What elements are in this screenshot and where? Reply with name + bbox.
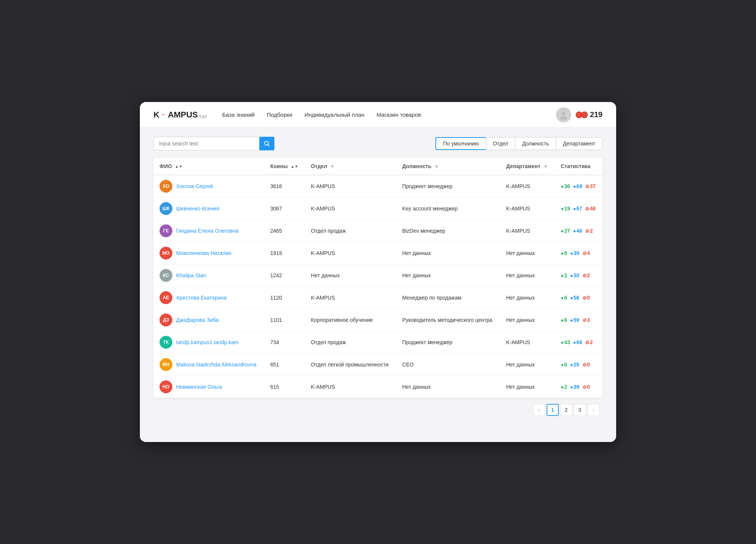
cell-name-2: ГЕ Гиндина Елена Олеговна <box>153 220 264 242</box>
cell-role-9: Нет данных <box>396 376 500 398</box>
search-button[interactable] <box>259 137 274 150</box>
nav-shop[interactable]: Магазин товаров <box>376 111 421 118</box>
cell-department-1: K-AMPUS <box>500 198 555 220</box>
coins-count: 219 <box>590 110 603 119</box>
stat-red-icon-4: ⊘ <box>582 273 587 278</box>
stat-green-5: ●6 <box>561 295 567 301</box>
cell-name-3: МО Моисеенкова Наталия <box>153 242 264 264</box>
pagination-prev[interactable]: ‹ <box>533 404 545 416</box>
stat-blue-icon-2: ● <box>573 228 576 234</box>
cell-dept-9: K-AMPUS <box>305 376 396 398</box>
stat-green-0: ●36 <box>561 183 570 189</box>
table-body: ХО Хохлов Сергей 3616 K-AMPUS Проджект м… <box>153 175 603 398</box>
search-input[interactable] <box>153 137 259 150</box>
col-stats: Статистика <box>555 158 603 175</box>
stat-red-1: ⊘46 <box>585 206 596 212</box>
col-name: ФИО ▲▼ <box>153 158 264 175</box>
filter-icon-department[interactable]: ▼ <box>543 164 548 169</box>
stat-green-9: ●2 <box>561 384 567 390</box>
filter-department[interactable]: Департамент <box>556 137 603 150</box>
filter-icon-dept[interactable]: ▼ <box>330 164 335 169</box>
user-avatar-4: КС <box>160 269 172 282</box>
cell-coins-8: 651 <box>264 354 305 376</box>
stat-red-icon-1: ⊘ <box>585 206 589 212</box>
stat-green-4: ●2 <box>561 272 567 278</box>
user-name-6[interactable]: Джафарова Зиба <box>176 317 218 323</box>
user-name-4[interactable]: Khalipa Stan <box>176 272 206 278</box>
user-name-1[interactable]: Шевченко Ксения <box>176 206 219 212</box>
cell-department-3: Нет данных <box>500 242 555 264</box>
header-right: 219 <box>556 107 603 122</box>
user-name-0[interactable]: Хохлов Сергей <box>176 183 213 189</box>
svg-point-0 <box>562 112 565 116</box>
nav-plan[interactable]: Индивидуальный план <box>304 111 364 118</box>
user-name-3[interactable]: Моисеенкова Наталия <box>176 250 231 256</box>
stat-blue-icon-1: ● <box>573 206 576 212</box>
pagination-page-1[interactable]: 1 <box>547 404 559 416</box>
cell-dept-5: K-AMPUS <box>305 287 396 309</box>
filter-role[interactable]: Должность <box>515 137 556 150</box>
cell-dept-1: K-AMPUS <box>305 198 396 220</box>
user-name-2[interactable]: Гиндина Елена Олеговна <box>176 228 239 234</box>
col-department: Департамент ▼ <box>500 158 555 175</box>
user-avatar-7: ТК <box>160 336 172 349</box>
cell-coins-5: 1120 <box>264 287 305 309</box>
nav-knowledge[interactable]: База знаний <box>222 111 255 118</box>
table-row: ГЕ Гиндина Елена Олеговна 2465 Отдел про… <box>153 220 603 242</box>
cell-dept-7: Отдел продаж <box>305 331 396 354</box>
filter-dept[interactable]: Отдел <box>486 137 515 150</box>
user-name-8[interactable]: Makova Nadezhda Aleksandrovna <box>176 362 256 368</box>
table-header-row: ФИО ▲▼ Коины ▲▼ Отдел ▼ Должность <box>153 158 603 175</box>
table-row: МО Моисеенкова Наталия 1919 K-AMPUS Нет … <box>153 242 603 264</box>
cell-stats-9: ●2 ●39 ⊘0 <box>555 376 603 398</box>
search-left <box>153 137 274 150</box>
coins-icon <box>576 111 588 118</box>
cell-department-9: Нет данных <box>500 376 555 398</box>
stat-green-2: ●27 <box>561 228 570 234</box>
search-bar: По умолчанию Отдел Должность Департамент <box>153 137 603 150</box>
cell-coins-7: 734 <box>264 331 305 354</box>
pagination-page-3[interactable]: 3 <box>574 404 586 416</box>
pagination-next[interactable]: › <box>587 404 600 416</box>
user-name-9[interactable]: Невжинская Ольга <box>176 384 222 390</box>
cell-stats-2: ●27 ●46 ⊘2 <box>555 220 603 242</box>
user-avatar-2: ГЕ <box>160 224 172 237</box>
cell-coins-9: 615 <box>264 376 305 398</box>
stat-red-icon-9: ⊘ <box>582 384 587 390</box>
stat-green-6: ●6 <box>561 317 567 323</box>
stat-blue-6: ●59 <box>570 317 579 323</box>
stat-red-4: ⊘2 <box>582 272 590 278</box>
cell-stats-6: ●6 ●59 ⊘3 <box>555 309 603 331</box>
stat-blue-icon-8: ● <box>570 362 573 368</box>
cell-dept-3: K-AMPUS <box>305 242 396 264</box>
stat-blue-icon-7: ● <box>573 340 576 345</box>
stat-blue-4: ●30 <box>570 272 579 278</box>
cell-role-2: BizDev менеджер <box>396 220 500 242</box>
cell-dept-0: K-AMPUS <box>305 175 396 198</box>
cell-stats-3: ●8 ●39 ⊘4 <box>555 242 603 264</box>
stat-red-icon-6: ⊘ <box>582 317 587 323</box>
stat-blue-2: ●46 <box>573 228 582 234</box>
filter-default[interactable]: По умолчанию <box>435 137 486 150</box>
stat-red-2: ⊘2 <box>585 228 593 234</box>
stat-blue-icon-9: ● <box>570 384 573 390</box>
user-name-5[interactable]: Арестова Екатерина <box>176 295 226 301</box>
user-avatar-1: ШК <box>160 202 172 215</box>
filter-icon-role[interactable]: ▼ <box>434 164 439 169</box>
user-name-7[interactable]: tandp.kampus1 tandp.kam <box>176 339 239 345</box>
nav-collections[interactable]: Подборки <box>267 111 293 118</box>
user-avatar-6: ДЗ <box>160 314 172 326</box>
stat-red-icon-8: ⊘ <box>582 362 587 368</box>
col-role: Должность ▼ <box>396 158 500 175</box>
stat-green-icon-6: ● <box>561 317 564 323</box>
table-row: КС Khalipa Stan 1242 Нет данных Нет данн… <box>153 264 603 287</box>
stat-blue-icon-4: ● <box>570 273 573 278</box>
pagination: ‹ 1 2 3 › <box>153 398 603 419</box>
cell-department-0: K-AMPUS <box>500 175 555 198</box>
stat-red-3: ⊘4 <box>582 250 590 256</box>
sort-icon-coins[interactable]: ▲▼ <box>291 165 298 168</box>
stat-red-icon-7: ⊘ <box>585 340 589 345</box>
user-avatar[interactable] <box>556 107 571 122</box>
sort-icon-name[interactable]: ▲▼ <box>175 165 183 168</box>
pagination-page-2[interactable]: 2 <box>560 404 572 416</box>
